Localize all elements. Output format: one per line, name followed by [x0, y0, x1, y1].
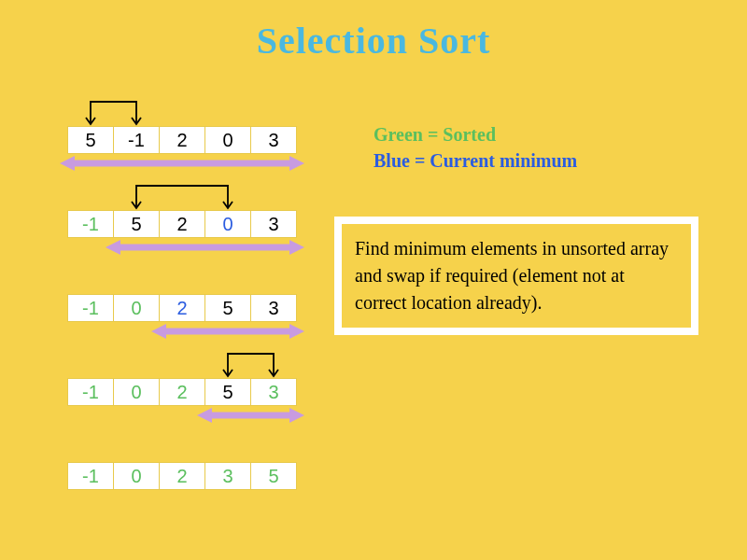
array-cell: -1 [67, 210, 114, 238]
array-cell: 0 [204, 126, 251, 154]
svg-marker-2 [289, 156, 304, 171]
svg-marker-10 [197, 408, 212, 423]
svg-marker-4 [106, 240, 120, 255]
array-stage: -10235 [67, 462, 297, 490]
page-title: Selection Sort [0, 0, 747, 63]
array-cell: 2 [159, 126, 205, 154]
array-cell: -1 [113, 126, 160, 154]
array-cell: -1 [67, 294, 114, 322]
array-cell: 0 [113, 378, 160, 406]
scan-range-arrow-icon [106, 238, 304, 257]
legend-block: Green = Sorted Blue = Current minimum [374, 121, 577, 174]
array-cell: 0 [204, 210, 251, 238]
svg-marker-5 [289, 240, 304, 255]
swap-bracket-icon [129, 182, 235, 210]
array-row: -10235 [67, 462, 297, 490]
array-row: -10253 [67, 378, 297, 406]
array-cell: 2 [159, 378, 205, 406]
array-cell: 0 [113, 462, 160, 490]
array-cell: 5 [204, 294, 251, 322]
array-cell: 3 [204, 462, 251, 490]
array-cell: 5 [204, 378, 251, 406]
array-stage: -10253 [67, 378, 297, 406]
legend-green-label: Green [374, 124, 423, 145]
array-cell: 3 [250, 294, 297, 322]
array-row: -15203 [67, 210, 297, 238]
array-cell: -1 [67, 378, 114, 406]
scan-range-arrow-icon [60, 154, 304, 173]
array-row: 5-1203 [67, 126, 297, 154]
svg-marker-7 [151, 324, 166, 339]
svg-marker-8 [289, 324, 304, 339]
array-cell: 2 [159, 294, 205, 322]
description-text: Find minimum elements in unsorted array … [342, 224, 691, 328]
legend-blue-label: Blue [374, 150, 410, 171]
array-stage: -15203 [67, 210, 297, 238]
legend-green: Green = Sorted [374, 121, 577, 147]
array-cell: 0 [113, 294, 160, 322]
array-cell: 2 [159, 462, 205, 490]
array-cell: 3 [250, 210, 297, 238]
description-box: Find minimum elements in unsorted array … [334, 217, 698, 335]
array-row: -10253 [67, 294, 297, 322]
array-cell: 5 [67, 126, 114, 154]
array-cell: 3 [250, 378, 297, 406]
array-cell: 5 [113, 210, 160, 238]
scan-range-arrow-icon [197, 406, 304, 425]
array-stage: -10253 [67, 294, 297, 322]
legend-green-desc: = Sorted [423, 124, 496, 145]
array-stage: 5-1203 [67, 126, 297, 154]
swap-bracket-icon [220, 350, 281, 378]
array-cell: 3 [250, 126, 297, 154]
array-cell: -1 [67, 462, 114, 490]
swap-bracket-icon [83, 98, 144, 126]
scan-range-arrow-icon [151, 322, 304, 341]
svg-marker-1 [60, 156, 75, 171]
array-cell: 5 [250, 462, 297, 490]
array-cell: 2 [159, 210, 205, 238]
legend-blue: Blue = Current minimum [374, 147, 577, 174]
svg-marker-11 [289, 408, 304, 423]
legend-blue-desc: = Current minimum [410, 150, 577, 171]
